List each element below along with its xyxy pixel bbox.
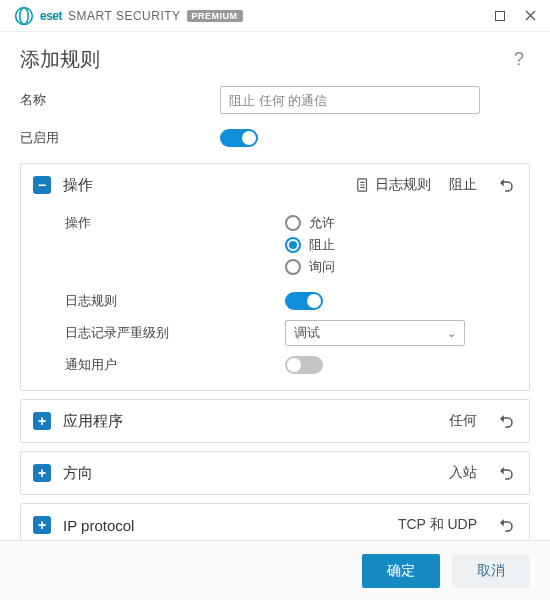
enabled-toggle[interactable] (220, 129, 258, 147)
svg-point-1 (20, 7, 28, 24)
rule-name-input[interactable] (220, 86, 480, 114)
titlebar: eset SMART SECURITY PREMIUM (0, 0, 550, 32)
panel-protocol-summary: TCP 和 UDP (398, 516, 477, 534)
content-scroll[interactable]: 名称 已启用 − 操作 日志规则 阻止 (0, 79, 550, 540)
panel-action-title: 操作 (63, 176, 93, 195)
panel-action: − 操作 日志规则 阻止 操作 (20, 163, 530, 391)
panel-application: + 应用程序 任何 (20, 399, 530, 443)
action-radio-block-label: 阻止 (309, 236, 335, 254)
brand-edition-badge: PREMIUM (187, 10, 243, 22)
brand-logo: eset SMART SECURITY PREMIUM (14, 6, 243, 26)
severity-select-value: 调试 (294, 324, 320, 342)
log-rule-toggle[interactable] (285, 292, 323, 310)
log-rule-icon (355, 177, 371, 193)
panel-application-revert[interactable] (495, 410, 517, 432)
action-radio-block[interactable]: 阻止 (285, 236, 335, 254)
panel-direction-title: 方向 (63, 464, 93, 483)
notify-toggle[interactable] (285, 356, 323, 374)
undo-icon (497, 176, 515, 194)
name-label: 名称 (20, 91, 220, 109)
svg-rect-2 (496, 11, 505, 20)
svg-point-0 (16, 7, 33, 24)
panel-application-title: 应用程序 (63, 412, 123, 431)
severity-sub-label: 日志记录严重级别 (65, 324, 285, 342)
panel-action-header[interactable]: − 操作 日志规则 阻止 (21, 164, 529, 206)
expand-icon: + (33, 516, 51, 534)
eset-logo-icon (14, 6, 34, 26)
panel-direction-header[interactable]: + 方向 入站 (21, 452, 529, 494)
log-rule-sub-label: 日志规则 (65, 292, 285, 310)
panel-direction-summary: 入站 (449, 464, 477, 482)
panel-protocol-revert[interactable] (495, 514, 517, 536)
panel-protocol-title: IP protocol (63, 517, 134, 534)
action-radio-allow-label: 允许 (309, 214, 335, 232)
page-title: 添加规则 (20, 46, 100, 73)
panel-action-revert[interactable] (495, 174, 517, 196)
action-radio-ask[interactable]: 询问 (285, 258, 335, 276)
panel-application-summary: 任何 (449, 412, 477, 430)
panel-direction: + 方向 入站 (20, 451, 530, 495)
panel-direction-revert[interactable] (495, 462, 517, 484)
brand-name: SMART SECURITY (68, 9, 181, 23)
expand-icon: + (33, 412, 51, 430)
help-button[interactable]: ? (508, 47, 530, 72)
footer: 确定 取消 (0, 540, 550, 600)
undo-icon (497, 516, 515, 534)
collapse-icon: − (33, 176, 51, 194)
action-radio-allow[interactable]: 允许 (285, 214, 335, 232)
chevron-down-icon: ⌄ (447, 327, 456, 340)
panel-action-log-summary: 日志规则 (375, 176, 431, 194)
severity-select[interactable]: 调试 ⌄ (285, 320, 465, 346)
panel-protocol: + IP protocol TCP 和 UDP (20, 503, 530, 540)
action-sub-label: 操作 (65, 214, 285, 232)
panel-protocol-header[interactable]: + IP protocol TCP 和 UDP (21, 504, 529, 540)
panel-application-header[interactable]: + 应用程序 任何 (21, 400, 529, 442)
notify-sub-label: 通知用户 (65, 356, 285, 374)
panel-action-value-summary: 阻止 (449, 176, 477, 194)
undo-icon (497, 412, 515, 430)
enabled-label: 已启用 (20, 129, 220, 147)
close-button[interactable] (516, 4, 544, 28)
expand-icon: + (33, 464, 51, 482)
cancel-button[interactable]: 取消 (452, 554, 530, 588)
maximize-button[interactable] (486, 4, 514, 28)
undo-icon (497, 464, 515, 482)
action-radio-ask-label: 询问 (309, 258, 335, 276)
ok-button[interactable]: 确定 (362, 554, 440, 588)
page-header: 添加规则 ? (0, 32, 550, 79)
